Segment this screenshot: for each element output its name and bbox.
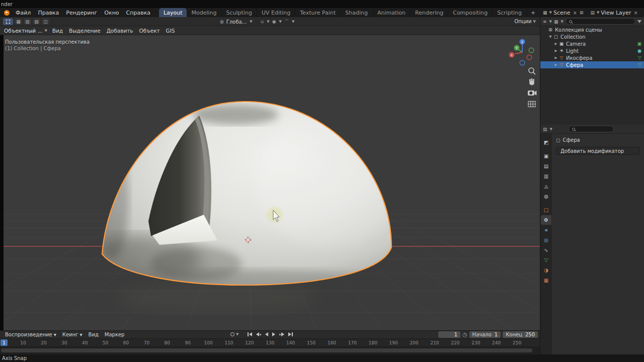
editor-type-icon[interactable]: ≡ bbox=[543, 19, 547, 24]
blender-logo-icon[interactable] bbox=[4, 10, 10, 16]
snap-magnet-icon[interactable]: ∪ bbox=[261, 19, 264, 24]
workspace-tab-layout[interactable]: Layout bbox=[159, 8, 187, 17]
mode-dropdown[interactable]: Объектный ... ▼ bbox=[4, 28, 47, 34]
viewport-canvas[interactable]: Z X Y bbox=[0, 35, 540, 330]
viewport-menu-0[interactable]: Вид bbox=[49, 27, 66, 34]
timeline-scrollbar[interactable] bbox=[0, 346, 540, 355]
new-scene-icon[interactable]: ⊞ bbox=[580, 10, 584, 15]
viewport-menu-4[interactable]: GIS bbox=[163, 27, 178, 34]
add-modifier-button[interactable]: Добавить модификатор bbox=[556, 147, 640, 155]
properties-tab-world[interactable]: ◍ bbox=[541, 192, 551, 201]
auto-key-button[interactable]: ▼ bbox=[230, 332, 238, 336]
outliner-row-0[interactable]: ⊞Коллекция сцены bbox=[540, 26, 644, 33]
menubar-menu-0[interactable]: Файл bbox=[12, 9, 34, 17]
filter-funnel-icon[interactable] bbox=[637, 20, 641, 23]
next-keyframe-button[interactable] bbox=[279, 332, 284, 336]
menubar-menu-2[interactable]: Рендеринг bbox=[62, 9, 101, 17]
viewport-3d[interactable]: Z X Y bbox=[0, 35, 540, 330]
axis-x-neg-ball[interactable] bbox=[527, 55, 532, 60]
menubar-menu-1[interactable]: Правка bbox=[34, 9, 62, 17]
current-frame-field[interactable]: 1 bbox=[438, 331, 460, 338]
select-mode-icon-4[interactable]: ◫ bbox=[42, 18, 49, 25]
outliner-row-2[interactable]: ▶▣Camera▣ bbox=[540, 40, 644, 47]
properties-tab-render[interactable]: ▣ bbox=[541, 151, 551, 161]
frame-start-field[interactable]: Начало1 bbox=[469, 331, 501, 338]
properties-tab-object-data[interactable]: ▽ bbox=[541, 255, 551, 265]
viewport-menu-3[interactable]: Объект bbox=[136, 27, 163, 34]
select-mode-icon-3[interactable]: ▧ bbox=[33, 18, 40, 25]
active-tool-button[interactable] bbox=[3, 18, 13, 25]
breadcrumb-object-name[interactable]: Сфера bbox=[563, 137, 580, 143]
outliner-row-3[interactable]: ▶☀Light● bbox=[540, 47, 644, 54]
add-workspace-button[interactable]: + bbox=[527, 8, 539, 17]
scene-browse-icon[interactable]: ▦ bbox=[543, 10, 547, 15]
editor-type-icon[interactable]: ▤ bbox=[543, 127, 547, 132]
select-mode-icon-2[interactable]: ▥ bbox=[24, 18, 31, 25]
expand-arrow-icon[interactable]: ▼ bbox=[548, 35, 553, 39]
prev-keyframe-button[interactable] bbox=[256, 332, 261, 336]
workspace-tab-scripting[interactable]: Scripting bbox=[493, 8, 527, 17]
timeline-menu-0[interactable]: Воспроизведение ▾ bbox=[2, 332, 59, 337]
properties-tab-output[interactable]: ▤ bbox=[541, 161, 551, 171]
workspace-tab-uv-editing[interactable]: UV Editing bbox=[257, 8, 295, 17]
viewport-menu-2[interactable]: Добавить bbox=[104, 27, 136, 34]
properties-tab-physics[interactable]: ◎ bbox=[541, 235, 551, 245]
properties-tab-constraints[interactable]: ∿ bbox=[541, 245, 551, 255]
scrollbar-thumb[interactable] bbox=[1, 348, 532, 352]
menubar-menu-4[interactable]: Справка bbox=[123, 9, 154, 17]
properties-tab-particles[interactable]: ∗ bbox=[541, 225, 551, 235]
ruler-tick-250: 250 bbox=[513, 340, 521, 345]
play-button[interactable] bbox=[272, 332, 275, 336]
expand-arrow-icon[interactable]: ▶ bbox=[553, 63, 558, 67]
jump-to-start-button[interactable] bbox=[248, 332, 252, 336]
outliner-row-4[interactable]: ▶▽Икосфера▽ bbox=[540, 54, 644, 61]
display-mode-icon[interactable]: ▦ bbox=[554, 19, 558, 24]
workspace-tab-compositing[interactable]: Compositing bbox=[448, 8, 493, 17]
axis-y-neg-ball[interactable] bbox=[529, 48, 534, 53]
outliner-search-input[interactable] bbox=[566, 18, 635, 25]
outliner-row-5[interactable]: ▶▽Сфера▽ bbox=[540, 61, 644, 68]
playhead[interactable]: 1 bbox=[1, 339, 8, 346]
expand-arrow-icon[interactable]: ▶ bbox=[553, 49, 558, 53]
menubar-menu-3[interactable]: Окно bbox=[101, 9, 122, 17]
viewport-menu-1[interactable]: Выделение bbox=[66, 27, 104, 34]
select-mode-icon-1[interactable]: ▦ bbox=[15, 18, 22, 25]
workspace-tab-rendering[interactable]: Rendering bbox=[411, 8, 448, 17]
workspace-tab-modeling[interactable]: Modeling bbox=[187, 8, 221, 17]
view-layer-name[interactable]: View Layer bbox=[601, 10, 631, 16]
falloff-curve-icon[interactable]: ⌒ bbox=[284, 19, 289, 25]
outliner-row-1[interactable]: ▼▢Collection bbox=[540, 33, 644, 40]
properties-tab-active-tool[interactable]: ◩ bbox=[541, 138, 551, 147]
orientation-dropdown[interactable]: Глоба... bbox=[226, 19, 247, 25]
properties-tab-texture[interactable]: ▦ bbox=[541, 276, 551, 285]
expand-arrow-icon[interactable]: ▶ bbox=[553, 56, 558, 60]
options-button[interactable]: Опции bbox=[514, 19, 531, 24]
view-layer-icon[interactable]: ▤ bbox=[590, 10, 595, 15]
pan-hand-icon[interactable] bbox=[529, 78, 534, 85]
properties-tab-view-layer[interactable]: ▥ bbox=[541, 171, 551, 181]
timeline-menu-3[interactable]: Маркер bbox=[102, 332, 128, 337]
properties-tab-object[interactable]: □ bbox=[541, 205, 551, 215]
axis-z-neg-ball[interactable] bbox=[520, 60, 525, 65]
properties-tab-material[interactable]: ◑ bbox=[541, 265, 551, 275]
jump-to-end-button[interactable] bbox=[288, 332, 293, 336]
properties-tab-scene[interactable]: ◬ bbox=[541, 182, 551, 191]
frame-end-field[interactable]: Конец250 bbox=[503, 331, 538, 338]
scene-name[interactable]: Scene bbox=[553, 10, 571, 16]
workspace-tab-sculpting[interactable]: Sculpting bbox=[222, 8, 257, 17]
workspace-tab-shading[interactable]: Shading bbox=[341, 8, 373, 17]
properties-search-input[interactable] bbox=[569, 126, 614, 132]
view-layer-remove-icon[interactable]: × bbox=[634, 10, 638, 16]
proportional-edit-icon[interactable]: ◉ bbox=[272, 19, 276, 24]
workspace-tab-animation[interactable]: Animation bbox=[373, 8, 411, 17]
play-reverse-button[interactable] bbox=[265, 332, 268, 336]
timeline-ruler[interactable]: 1 10203040506070809010011012013014015016… bbox=[0, 338, 540, 346]
preview-range-clock-icon[interactable]: ◷ bbox=[462, 331, 467, 338]
workspace-tab-texture-paint[interactable]: Texture Paint bbox=[295, 8, 341, 17]
timeline-menu-2[interactable]: Вид bbox=[86, 332, 102, 337]
active-object-overlay: (1) Collection | Сфера bbox=[5, 46, 61, 51]
timeline-menu-1[interactable]: Кеинг ▾ bbox=[59, 332, 86, 337]
properties-tab-modifiers[interactable]: ⚙ bbox=[541, 215, 551, 225]
scene-unlink-icon[interactable]: × bbox=[573, 10, 577, 16]
expand-arrow-icon[interactable]: ▶ bbox=[553, 42, 558, 46]
